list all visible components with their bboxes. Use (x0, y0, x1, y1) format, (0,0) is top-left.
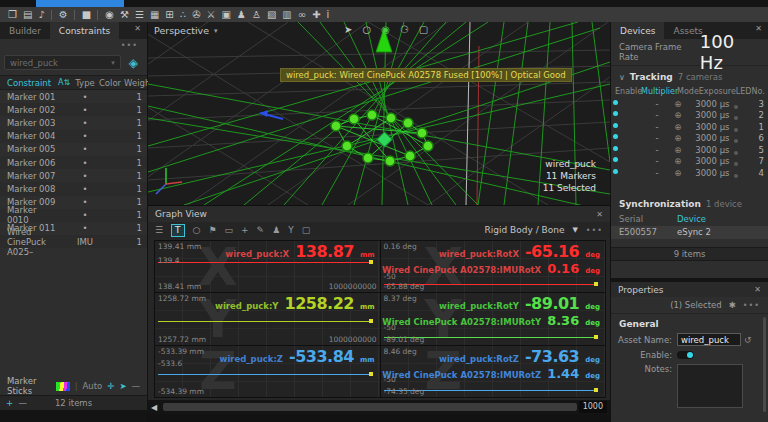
camera-row[interactable]: - ⊕ 3000 µs 4 (611, 167, 768, 179)
asset-select-dropdown[interactable]: wired_puck ▾ (4, 55, 121, 70)
multiplier-value[interactable]: - (640, 110, 674, 120)
auto-label[interactable]: Auto (83, 381, 103, 391)
exposure-value[interactable]: 3000 µs (695, 168, 733, 178)
add-key-icon[interactable]: + (241, 225, 249, 236)
scrollbar-thumb[interactable] (163, 403, 577, 411)
lock-icon[interactable]: ✱ (729, 300, 736, 310)
constraint-row[interactable]: Marker 007 • 1 (0, 169, 147, 182)
camera-row[interactable]: - ⊕ 3000 µs 5 (611, 144, 768, 156)
stop-icon[interactable]: ■ (74, 10, 94, 20)
frame-rate-value[interactable]: 100 Hz (700, 31, 760, 73)
delete-icon[interactable]: ▭ (225, 225, 234, 236)
video-icon[interactable]: ▣ (218, 10, 233, 20)
column-weight[interactable]: Weight (124, 78, 146, 88)
panel-menu-dots[interactable]: ••• (0, 39, 147, 53)
zoom-tool-icon[interactable]: ○ (362, 24, 371, 35)
actor-icon[interactable]: ♟ (272, 225, 280, 236)
graph-panel[interactable]: Y 8.37 deg -50 wired_puck:RotY -89.01 de… (381, 293, 606, 344)
frame-region-icon[interactable]: ▢ (302, 225, 311, 236)
multiplier-value[interactable]: - (640, 168, 674, 178)
camera-column-header[interactable]: LED (736, 87, 752, 96)
constraint-row[interactable]: Marker 003 • 1 (0, 116, 147, 129)
close-icon[interactable]: ✕ (128, 22, 147, 39)
open-icon[interactable]: ❐ (5, 10, 20, 20)
layers-icon[interactable]: ☰ (132, 10, 147, 20)
add-icon[interactable]: ✚ (309, 10, 323, 20)
mode-icon[interactable]: ⊕ (674, 99, 695, 109)
close-icon[interactable]: ✕ (596, 210, 603, 219)
mode-icon[interactable]: ⊕ (674, 168, 695, 178)
zoom-graph-icon[interactable]: ○ (193, 225, 201, 236)
mode-icon[interactable]: ⊕ (674, 156, 695, 166)
column-color[interactable]: Color (96, 78, 124, 88)
settings-icon[interactable]: ⚙ (51, 10, 71, 20)
camera-row[interactable]: - ⊕ 3000 µs 1 (611, 121, 768, 133)
graph-panel[interactable]: X 0.16 deg -50 wired_puck:RotX -65.16 de… (381, 241, 606, 292)
edit-icon[interactable]: ✎ (257, 225, 265, 236)
graph-panel[interactable]: Z -533.39 mm -533.6 wired_puck:Z -533.84… (155, 346, 380, 397)
column-serial[interactable]: Serial (619, 214, 677, 224)
asset-name-input[interactable]: wired_puck (677, 333, 741, 346)
loop-icon[interactable]: ∞ (295, 10, 309, 20)
general-section-label[interactable]: General (611, 314, 768, 331)
camera-column-header[interactable]: Exposure (699, 87, 736, 96)
properties-menu-dots[interactable]: ••• (743, 301, 760, 310)
exposure-value[interactable]: 3000 µs (695, 133, 733, 143)
reset-icon[interactable]: ↺ (744, 335, 752, 345)
visibility-tool-icon[interactable]: ◉ (381, 24, 390, 35)
select-region-icon[interactable]: ▢ (419, 24, 428, 35)
enable-toggle[interactable] (677, 351, 694, 359)
rigid-body-cube-icon[interactable]: ◈ (124, 56, 143, 70)
camera-icon[interactable]: ◉ (97, 10, 117, 20)
chevron-down-icon[interactable]: ▼ (572, 226, 577, 234)
tab-builder[interactable]: Builder (0, 22, 50, 39)
info-icon[interactable]: i (324, 10, 333, 20)
constraint-row[interactable]: Marker 008 • 1 (0, 182, 147, 195)
multiplier-value[interactable]: - (640, 122, 674, 132)
column-constraint[interactable]: Constraint (0, 78, 58, 88)
constraint-row[interactable]: Wired CinePuck A025– IMU 1 (0, 235, 147, 248)
viewport-3d[interactable]: Perspective ▾ ➤ ○ ◉ ⚆ ▢ wired_puck: Wire… (148, 22, 610, 205)
graph-menu-dots[interactable]: ••• (586, 226, 603, 235)
filter-icon[interactable]: Y (288, 225, 294, 236)
constraint-row[interactable]: Marker 004 • 1 (0, 130, 147, 143)
image-icon[interactable]: ▧ (264, 10, 279, 20)
camera-column-header[interactable]: Enable (615, 87, 641, 96)
text-overlay-icon[interactable]: T (171, 224, 185, 237)
tab-devices[interactable]: Devices (611, 22, 664, 39)
scroll-left-icon[interactable]: ◀ (151, 403, 161, 412)
cursor-tool-icon[interactable]: ➤ (344, 24, 352, 35)
graph-panel[interactable]: Z 8.46 deg -50 wired_puck:RotZ -73.63 de… (381, 346, 606, 397)
constraint-row[interactable]: Marker 005 • 1 (0, 143, 147, 156)
card-icon[interactable]: ▥ (279, 10, 294, 20)
column-type[interactable]: Type (74, 78, 96, 88)
calibration-icon[interactable]: ⚒ (117, 10, 132, 20)
camera-row[interactable]: - ⊕ 3000 µs 3 (611, 98, 768, 110)
mode-icon[interactable]: ⊕ (674, 133, 695, 143)
mode-icon[interactable]: ⊕ (674, 122, 695, 132)
close-icon[interactable]: ✕ (754, 285, 761, 294)
link-icon[interactable]: ✇ (189, 10, 203, 20)
camera-column-header[interactable]: Multiplier (641, 87, 677, 96)
active-menu-highlight[interactable] (36, 0, 124, 7)
camera-row[interactable]: - ⊕ 3000 µs 7 (611, 156, 768, 168)
skeleton-alt-icon[interactable]: ♙ (249, 10, 264, 20)
share-icon[interactable]: ∴ (177, 10, 189, 20)
exposure-value[interactable]: 3000 µs (695, 122, 733, 132)
follow-tool-icon[interactable]: ⚆ (400, 24, 409, 35)
archive-icon[interactable]: ▦ (147, 10, 162, 20)
curve-list-icon[interactable]: ☰ (155, 225, 163, 236)
marker-sticks-color-swatch[interactable] (56, 382, 70, 391)
multiplier-value[interactable]: - (640, 99, 674, 109)
table-icon[interactable]: ⊞ (162, 10, 176, 20)
constraint-row[interactable]: Marker 002 • 1 (0, 103, 147, 116)
multiplier-value[interactable]: - (640, 156, 674, 166)
camera-column-header[interactable]: Mode (677, 87, 699, 96)
exposure-value[interactable]: 3000 µs (695, 145, 733, 155)
graph-h-scrollbar[interactable]: ◀ 1000 (148, 400, 610, 414)
camera-row[interactable]: - ⊕ 3000 µs 2 (611, 110, 768, 122)
constraint-row[interactable]: Marker 006 • 1 (0, 156, 147, 169)
graph-mode-select[interactable]: Rigid Body / Bone (485, 225, 565, 235)
sync-section-header[interactable]: Synchronization 1 device (611, 193, 768, 212)
flow-icon[interactable]: ➤ (119, 381, 126, 391)
